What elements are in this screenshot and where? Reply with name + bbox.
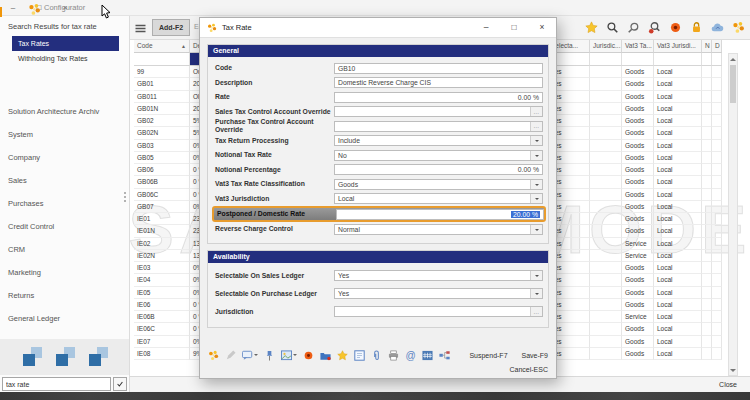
sidebar-section-item[interactable]: System xyxy=(0,123,129,146)
filter-cell-v3j[interactable] xyxy=(654,53,702,66)
field-input-text[interactable]: 0.00 % xyxy=(334,164,543,175)
cell-jur xyxy=(590,262,622,274)
calendar-icon[interactable] xyxy=(422,350,433,361)
search-icon[interactable] xyxy=(606,21,619,34)
sidebar-section-item[interactable]: Solution Architecture Archiv xyxy=(0,100,129,123)
email-icon[interactable]: @ xyxy=(405,350,416,361)
cancel-button[interactable]: Cancel-ESC xyxy=(509,366,548,373)
search-clear-icon[interactable] xyxy=(648,21,661,34)
dialog-minimize-button[interactable]: – xyxy=(472,18,500,38)
pencil-icon[interactable] xyxy=(225,350,236,361)
sidebar-section-item[interactable]: Purchases xyxy=(0,192,129,215)
field-input-lookup[interactable]: … xyxy=(334,306,543,317)
folder-alert-icon[interactable] xyxy=(320,350,331,361)
scroll-down-icon[interactable] xyxy=(729,365,737,375)
notes-icon[interactable] xyxy=(354,350,365,361)
field-input-text[interactable]: Domestic Reverse Charge CIS xyxy=(334,77,543,88)
dialog-close-button[interactable]: × xyxy=(528,18,556,38)
grid-vertical-scrollbar[interactable] xyxy=(728,53,738,376)
scroll-up-icon[interactable] xyxy=(729,54,737,64)
record-icon[interactable] xyxy=(669,21,682,34)
field-input-text[interactable]: 0.00 % xyxy=(334,92,543,103)
dropdown-caret-icon[interactable] xyxy=(530,179,542,190)
column-header-d[interactable]: D xyxy=(712,40,722,53)
column-header-v3j[interactable]: Vat3 Jurisdi... xyxy=(654,40,702,53)
screenshot-icon[interactable] xyxy=(281,350,292,361)
field-input-lookup[interactable]: … xyxy=(334,121,543,132)
dialog-maximize-button[interactable]: □ xyxy=(500,18,528,38)
sidebar-section-item[interactable]: General Ledger xyxy=(0,307,129,330)
field-input-dropdown[interactable]: Include xyxy=(334,135,543,146)
sidebar-result-item[interactable]: Withholding Tax Rates xyxy=(0,51,119,66)
record-icon[interactable] xyxy=(303,350,314,361)
field-input-dropdown[interactable]: Local xyxy=(334,193,543,204)
lookup-ellipsis-button[interactable]: … xyxy=(530,106,542,117)
star-icon[interactable] xyxy=(585,21,598,34)
lookup-ellipsis-button[interactable]: … xyxy=(530,306,542,317)
sidebar-section-item[interactable]: Marketing xyxy=(0,261,129,284)
sidebar-search-input[interactable] xyxy=(2,377,111,391)
cell-n xyxy=(702,176,712,188)
field-input-dropdown[interactable]: Goods xyxy=(334,179,543,190)
filter-cell-n[interactable] xyxy=(702,53,712,66)
dropdown-caret-icon[interactable] xyxy=(530,135,542,146)
column-header-v3t[interactable]: Vat3 Ta... xyxy=(622,40,654,53)
cell-d xyxy=(712,311,722,323)
filter-cell-jur[interactable] xyxy=(590,53,622,66)
cell-code: IE07 xyxy=(134,336,190,348)
cell-code: GB07 xyxy=(134,201,190,213)
column-header-n[interactable]: N xyxy=(702,40,712,53)
suspend-button[interactable]: Suspend-F7 xyxy=(469,352,507,359)
dropdown-caret-icon[interactable] xyxy=(530,193,542,204)
column-header-code[interactable]: Code▲ xyxy=(134,40,190,53)
print-icon[interactable] xyxy=(388,350,399,361)
add-button[interactable]: Add-F2 xyxy=(152,19,190,36)
cloud-icon[interactable] xyxy=(711,21,724,34)
sidebar-section-item[interactable]: Sales xyxy=(0,169,129,192)
field-input-dropdown[interactable]: Yes xyxy=(334,270,543,281)
field-input-dropdown[interactable]: No xyxy=(334,150,543,161)
workflow-icon[interactable] xyxy=(439,350,450,361)
cell-d xyxy=(712,164,722,176)
dropdown-caret-icon[interactable] xyxy=(530,150,542,161)
cell-code: IE01N xyxy=(134,225,190,237)
field-row: Notional Tax RateNo xyxy=(215,148,543,163)
comment-icon[interactable] xyxy=(242,350,253,361)
dropdown-caret-icon[interactable] xyxy=(530,270,542,281)
menu-icon[interactable] xyxy=(134,22,147,35)
filter-cell-code[interactable] xyxy=(134,53,190,66)
pinwheel-icon[interactable] xyxy=(208,350,219,361)
field-input-text[interactable]: GB10 xyxy=(334,63,543,74)
field-input-dropdown[interactable]: Normal xyxy=(334,224,543,235)
pinwheel-icon[interactable] xyxy=(732,21,745,34)
search-confirm-button[interactable] xyxy=(113,377,127,391)
field-input-lookup[interactable]: … xyxy=(334,106,543,117)
scrollbar-thumb[interactable] xyxy=(730,65,736,103)
lock-icon[interactable] xyxy=(690,21,703,34)
sidebar-result-item[interactable]: Tax Rates xyxy=(12,36,119,51)
filter-cell-v3t[interactable] xyxy=(622,53,654,66)
field-input-text[interactable]: 20.00 % xyxy=(336,209,544,220)
sidebar-section-item[interactable]: Returns xyxy=(0,284,129,307)
cell-n xyxy=(702,140,712,152)
pin-icon[interactable] xyxy=(264,350,275,361)
field-input-dropdown[interactable]: Yes xyxy=(334,288,543,299)
star-icon[interactable] xyxy=(337,350,348,361)
lookup-ellipsis-button[interactable]: … xyxy=(530,121,542,132)
dropdown-caret-icon[interactable] xyxy=(530,224,542,235)
sidebar-section-item[interactable]: Company xyxy=(0,146,129,169)
sidebar-resize-grip[interactable] xyxy=(124,192,126,202)
dropdown-caret-icon[interactable] xyxy=(530,288,542,299)
sidebar-section-item[interactable]: CRM xyxy=(0,238,129,261)
attachment-icon[interactable] xyxy=(371,350,382,361)
sidebar-section-item[interactable]: Credit Control xyxy=(0,215,129,238)
group-availability: AvailabilitySelectable On Sales LedgerYe… xyxy=(207,250,549,328)
search-prev-icon[interactable] xyxy=(627,21,640,34)
close-window-button[interactable]: Close xyxy=(719,381,737,388)
minimize-button[interactable]: – xyxy=(0,0,26,16)
cell-d xyxy=(712,225,722,237)
field-value: 0.00 % xyxy=(518,166,539,173)
save-button[interactable]: Save-F9 xyxy=(522,352,548,359)
filter-cell-d[interactable] xyxy=(712,53,722,66)
column-header-jur[interactable]: Jurisdic... xyxy=(590,40,622,53)
